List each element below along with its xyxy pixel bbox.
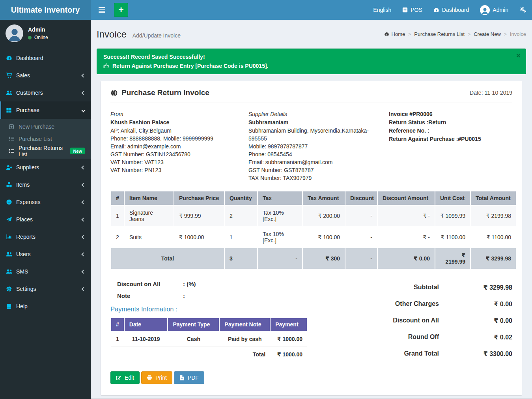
cell-payment-note: Paid by cash xyxy=(219,331,270,347)
sidebar-item-label: Sales xyxy=(16,72,82,79)
chevron-left-icon xyxy=(82,287,86,291)
sidebar-item-dashboard[interactable]: Dashboard xyxy=(0,49,91,67)
payments-header-row: # Date Payment Type Payment Note Payment xyxy=(111,318,307,331)
breadcrumb-separator: > xyxy=(408,32,411,37)
sidebar-subitem-purchase-returns-list[interactable]: Purchase Returns List New xyxy=(0,145,91,157)
nav-dashboard[interactable]: Dashboard xyxy=(428,0,475,20)
add-button[interactable]: + xyxy=(114,3,128,17)
sidebar-item-places[interactable]: Places xyxy=(0,211,91,228)
chevron-left-icon xyxy=(82,270,86,273)
breadcrumb-separator: > xyxy=(468,32,470,37)
brand-title: Ultimate Inventory xyxy=(11,6,80,15)
sidebar-item-help[interactable]: Help xyxy=(0,298,91,315)
list-icon xyxy=(9,136,19,142)
sidebar-item-suppliers[interactable]: Suppliers xyxy=(0,159,91,176)
summary-grand-total: Grand Total ₹ 3300.00 xyxy=(357,350,512,358)
payments-total-label: Total xyxy=(111,347,270,362)
cell-unit-cost: ₹ 1100.00 xyxy=(435,227,470,248)
col-header-index: # xyxy=(111,191,124,205)
summary-discount-on-all: Discount on All ₹ 0.00 xyxy=(357,317,512,324)
content-wrapper: Invoice Add/Update Invoice Home > Purcha… xyxy=(91,0,532,399)
breadcrumb-purchase-returns-list[interactable]: Purchase Returns List xyxy=(414,31,465,37)
navbar-menu: English POS Dashboard Admin xyxy=(368,0,532,20)
payments-total-value: ₹ 1000.00 xyxy=(270,347,307,362)
sidebar-item-items[interactable]: Items xyxy=(0,176,91,193)
from-name: Khush Fashion Palace xyxy=(110,118,241,126)
sidebar-subitem-purchase-list[interactable]: Purchase List xyxy=(0,133,91,145)
cell-quantity: 2 xyxy=(224,205,258,227)
sidebar-subitem-new-purchase[interactable]: New Purchase xyxy=(0,120,91,133)
sidebar-item-purchase[interactable]: Purchase xyxy=(0,101,91,119)
chevron-left-icon xyxy=(82,200,86,204)
from-line: AP: Ankali, City:Belgaum xyxy=(110,127,241,135)
invoice-meta-block: Invoice #PR0006 Return Status :Return Re… xyxy=(389,110,512,182)
globe-icon xyxy=(110,89,118,97)
discount-on-all-label: Discount on All xyxy=(117,281,183,287)
cell-item-name: Signature Jeans xyxy=(124,205,174,227)
chevron-down-icon xyxy=(82,108,86,112)
sidebar-item-users[interactable]: Users xyxy=(0,245,91,263)
breadcrumb-item: Purchase Returns List xyxy=(414,31,465,37)
edit-button[interactable]: Edit xyxy=(110,371,140,384)
items-table-header-row: # Item Name Purchase Price Quantity Tax … xyxy=(111,191,516,205)
divider xyxy=(110,103,512,103)
users-icon xyxy=(6,268,16,275)
brand-logo[interactable]: Ultimate Inventory xyxy=(0,0,91,20)
return-status: Return Status :Return xyxy=(389,118,512,126)
sidebar-item-reports[interactable]: Reports xyxy=(0,228,91,245)
cell-discount-amount: ₹ - xyxy=(377,205,435,227)
purchase-submenu: New Purchase Purchase List Purchase Retu… xyxy=(0,119,91,159)
summary-value: ₹ 3299.98 xyxy=(439,284,512,291)
hamburger-icon[interactable] xyxy=(96,4,108,16)
sidebar-item-label: Settings xyxy=(16,286,82,292)
book-icon xyxy=(6,303,16,309)
total-quantity: 3 xyxy=(224,248,258,269)
sidebar-item-settings[interactable]: Settings xyxy=(0,280,91,298)
nav-user[interactable]: Admin xyxy=(474,0,514,20)
col-header-tax: Tax xyxy=(258,191,302,205)
cell-tax-amount: ₹ 100.00 xyxy=(302,227,345,248)
cell-discount: - xyxy=(345,227,377,248)
breadcrumb-home[interactable]: Home xyxy=(384,31,405,37)
invoice-date: Date: 11-10-2019 xyxy=(470,90,512,96)
summary-other-charges: Other Charges ₹ 0.00 xyxy=(357,300,512,308)
edit-icon xyxy=(116,375,121,380)
col-header-tax-amount: Tax Amount xyxy=(302,191,345,205)
chevron-left-icon xyxy=(82,73,86,77)
pdf-button-label: PDF xyxy=(188,375,199,381)
top-navbar: Ultimate Inventory + English POS Dashboa… xyxy=(0,0,532,20)
cell-purchase-price: ₹ 1000.00 xyxy=(174,227,224,248)
nav-language-label: English xyxy=(373,7,391,13)
nav-pos[interactable]: POS xyxy=(397,0,428,20)
note-row: Note : xyxy=(110,292,308,299)
sidebar: Admin Online Dashboard Sales Customers xyxy=(0,20,91,399)
breadcrumb-create-new[interactable]: Create New xyxy=(474,31,501,37)
nav-settings[interactable] xyxy=(514,0,532,20)
print-icon xyxy=(147,375,152,380)
print-button[interactable]: Print xyxy=(141,371,172,384)
nav-language[interactable]: English xyxy=(368,0,397,20)
sidebar-item-label: Users xyxy=(16,251,82,257)
cell-quantity: 1 xyxy=(224,227,258,248)
chevron-left-icon xyxy=(82,235,86,239)
supplier-line: Email: subhramaniam@gmail.com xyxy=(248,158,375,166)
sidebar-item-label: Reports xyxy=(16,234,82,240)
success-alert: × Success!! Record Saved Successfully! R… xyxy=(97,49,526,74)
col-header-payment-type: Payment Type xyxy=(168,318,219,331)
sidebar-item-sales[interactable]: Sales xyxy=(0,67,91,84)
sidebar-item-expenses[interactable]: Expenses xyxy=(0,193,91,211)
sidebar-item-sms[interactable]: SMS xyxy=(0,263,91,280)
sidebar-item-label: Expenses xyxy=(16,199,82,205)
table-row: 1 Signature Jeans ₹ 999.99 2 Tax 10%[Exc… xyxy=(111,205,516,227)
edit-button-label: Edit xyxy=(125,375,134,381)
supplier-line: Mobile: 9897878787877 xyxy=(248,142,375,150)
close-icon[interactable]: × xyxy=(516,52,521,59)
invoice-title-text: Purchase Return Invoice xyxy=(121,88,209,97)
alert-message: Return Against Purchase Entry [Purchase … xyxy=(103,63,519,69)
pdf-button[interactable]: PDF xyxy=(174,371,204,384)
sidebar-item-customers[interactable]: Customers xyxy=(0,84,91,101)
chevron-left-icon xyxy=(82,183,86,187)
thumbs-up-icon xyxy=(103,63,109,69)
cell-total-amount: ₹ 1100.00 xyxy=(470,227,516,248)
bar-chart-icon xyxy=(6,234,16,240)
